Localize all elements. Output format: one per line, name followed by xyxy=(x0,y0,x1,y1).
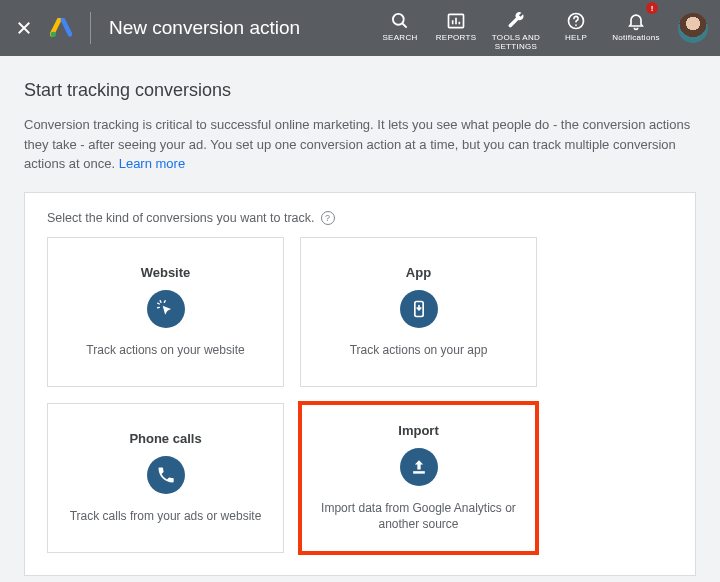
option-import[interactable]: Import Import data from Google Analytics… xyxy=(300,403,537,553)
section-heading: Start tracking conversions xyxy=(24,80,696,101)
help-tooltip-icon[interactable]: ? xyxy=(321,211,335,225)
main-content: Start tracking conversions Conversion tr… xyxy=(0,56,720,576)
close-icon xyxy=(15,19,33,37)
phone-icon xyxy=(147,456,185,494)
bell-icon xyxy=(625,10,647,32)
svg-point-1 xyxy=(393,14,404,25)
account-avatar[interactable] xyxy=(678,13,708,43)
nav-help[interactable]: HELP xyxy=(548,4,604,43)
option-desc: Import data from Google Analytics or ano… xyxy=(317,500,520,532)
page-title: New conversion action xyxy=(109,17,300,39)
upload-icon xyxy=(400,448,438,486)
header-nav: SEARCH REPORTS TOOLS AND SETTINGS HELP ! xyxy=(372,4,668,52)
help-icon xyxy=(565,10,587,32)
ads-logo-icon xyxy=(50,18,72,38)
close-button[interactable] xyxy=(12,16,36,40)
option-title: Import xyxy=(398,423,438,438)
option-title: App xyxy=(406,265,431,280)
cursor-click-icon xyxy=(147,290,185,328)
option-title: Phone calls xyxy=(129,431,201,446)
app-header: New conversion action SEARCH REPORTS TOO… xyxy=(0,0,720,56)
google-ads-logo[interactable] xyxy=(50,18,72,38)
option-desc: Track actions on your app xyxy=(350,342,488,358)
svg-rect-6 xyxy=(413,471,425,474)
nav-notifications[interactable]: ! Notifications xyxy=(604,4,668,43)
options-grid: Website Track actions on your website Ap… xyxy=(47,237,537,553)
phone-download-icon xyxy=(400,290,438,328)
card-prompt-text: Select the kind of conversions you want … xyxy=(47,211,315,225)
card-prompt: Select the kind of conversions you want … xyxy=(47,211,673,225)
notification-badge: ! xyxy=(646,2,658,14)
reports-icon xyxy=(445,10,467,32)
nav-search[interactable]: SEARCH xyxy=(372,4,428,43)
section-description: Conversion tracking is critical to succe… xyxy=(24,115,694,174)
option-app[interactable]: App Track actions on your app xyxy=(300,237,537,387)
option-phone-calls[interactable]: Phone calls Track calls from your ads or… xyxy=(47,403,284,553)
option-desc: Track actions on your website xyxy=(86,342,244,358)
svg-point-4 xyxy=(575,25,577,27)
nav-tools-settings[interactable]: TOOLS AND SETTINGS xyxy=(484,4,548,52)
svg-point-0 xyxy=(51,32,56,37)
nav-reports[interactable]: REPORTS xyxy=(428,4,484,43)
wrench-icon xyxy=(505,10,527,32)
search-icon xyxy=(389,10,411,32)
conversion-options-card: Select the kind of conversions you want … xyxy=(24,192,696,576)
option-website[interactable]: Website Track actions on your website xyxy=(47,237,284,387)
learn-more-link[interactable]: Learn more xyxy=(119,156,185,171)
option-title: Website xyxy=(141,265,191,280)
header-divider xyxy=(90,12,91,44)
option-desc: Track calls from your ads or website xyxy=(70,508,262,524)
